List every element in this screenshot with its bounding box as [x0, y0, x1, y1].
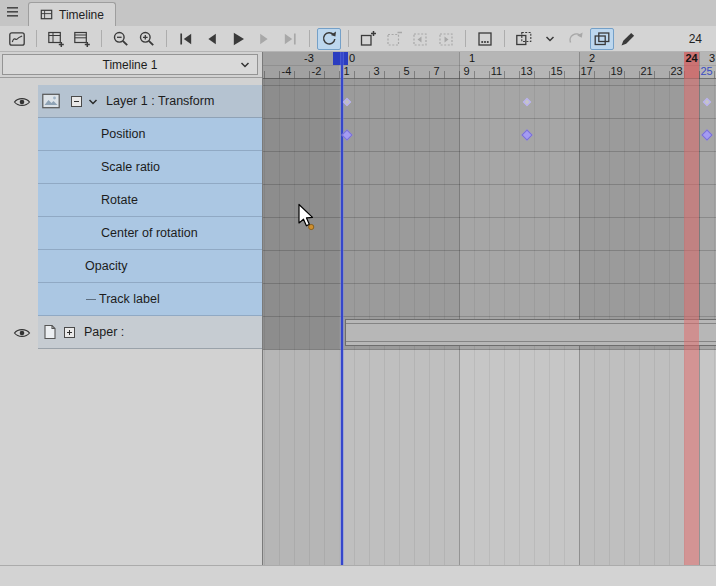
ruler-frame-label: 7	[433, 65, 439, 78]
ruler-frame-label: 5	[403, 65, 409, 78]
chevron-down-icon	[239, 59, 251, 71]
go-to-end-icon	[280, 29, 300, 49]
ruler-frame-label: -2	[312, 65, 322, 78]
paper-thumbnail-icon	[42, 324, 60, 340]
ruler-tick	[339, 71, 340, 78]
expand-toggle-box[interactable]	[64, 327, 75, 338]
visibility-eye-button[interactable]	[13, 95, 31, 109]
tab-timeline[interactable]: Timeline	[28, 2, 116, 26]
ruler-tick	[504, 71, 505, 78]
timeline-selector-dropdown[interactable]: Timeline 1	[2, 54, 258, 75]
prev-keyframe-button[interactable]	[408, 28, 432, 50]
new-timeline-icon	[46, 29, 66, 49]
toolbar-separator	[465, 30, 466, 47]
add-keyframe-icon	[358, 29, 378, 49]
toolbar: 24	[0, 26, 716, 52]
new-track-icon	[72, 29, 92, 49]
track-row-position[interactable]: Position	[0, 118, 262, 151]
ruler-tick	[384, 71, 385, 78]
ruler-frame-label: 23	[670, 65, 682, 78]
zoom-out-button[interactable]	[109, 28, 133, 50]
curve-graph-button[interactable]	[5, 28, 29, 50]
paper-clip-bar[interactable]	[345, 319, 716, 346]
go-to-end-button[interactable]	[278, 28, 302, 50]
timeline-tab-icon	[40, 8, 53, 21]
apply-transform-icon	[566, 29, 586, 49]
timeline-area[interactable]: -3012324-6-4-2135791113151719212325	[262, 52, 716, 565]
chevron-down-icon[interactable]	[87, 96, 99, 108]
frame-rate-label: 24	[689, 32, 716, 46]
toolbar-separator	[36, 30, 37, 47]
timeline-selector-value: Timeline 1	[103, 58, 158, 72]
track-row-scale-ratio[interactable]: Scale ratio	[0, 151, 262, 184]
track-label: Center of rotation	[101, 217, 198, 250]
zoom-in-button[interactable]	[135, 28, 159, 50]
toolbar-separator	[166, 30, 167, 47]
paper-icon	[42, 324, 58, 340]
row-separator-line	[262, 250, 716, 251]
track-row-paper[interactable]: Paper :	[0, 316, 262, 349]
enable-keyframe-edit-button[interactable]	[590, 28, 614, 50]
ruler-second-label: -3	[304, 52, 314, 65]
collapse-toggle-box[interactable]	[71, 96, 82, 107]
track-label: Position	[101, 118, 145, 151]
timeline-panel: Timeline 24 Timeline 1 Layer 1 : Transfo…	[0, 0, 716, 586]
ruler-second-label: 0	[349, 52, 355, 65]
panel-menu-button[interactable]	[6, 6, 22, 20]
keyframe-settings-button[interactable]	[473, 28, 497, 50]
add-keyframe-button[interactable]	[356, 28, 380, 50]
ruler-frame-label: 11	[491, 65, 502, 78]
remove-keyframe-icon	[384, 29, 404, 49]
new-timeline-button[interactable]	[44, 28, 68, 50]
go-to-start-button[interactable]	[174, 28, 198, 50]
loop-playback-icon	[319, 29, 339, 49]
ruler-second-label: 1	[469, 52, 475, 65]
track-list: Layer 1 : TransformPositionScale ratioRo…	[0, 78, 262, 565]
track-row-opacity[interactable]: Opacity	[0, 250, 262, 283]
visibility-eye-button[interactable]	[13, 326, 31, 340]
loop-playback-button[interactable]	[317, 28, 341, 50]
remove-keyframe-button[interactable]	[382, 28, 406, 50]
next-keyframe-icon	[436, 29, 456, 49]
track-row-layer-1-transform[interactable]: Layer 1 : Transform	[0, 85, 262, 118]
tab-bar: Timeline	[0, 0, 716, 26]
track-row-rotate[interactable]: Rotate	[0, 184, 262, 217]
new-track-button[interactable]	[70, 28, 94, 50]
ruler-frame-label: 9	[463, 65, 469, 78]
ruler-tick	[624, 71, 625, 78]
image-thumbnail-icon	[42, 93, 60, 109]
ruler-tick	[714, 71, 715, 78]
track-row-background	[38, 118, 262, 151]
timeline-selector-row: Timeline 1	[0, 52, 262, 78]
dropdown-chevron-button[interactable]	[538, 28, 562, 50]
ruler-frame-label: 17	[580, 65, 592, 78]
next-keyframe-button[interactable]	[434, 28, 458, 50]
next-frame-button[interactable]	[252, 28, 276, 50]
tab-label: Timeline	[59, 8, 104, 22]
ruler-tick	[309, 71, 310, 78]
ruler-tick	[279, 71, 280, 78]
ruler-tick	[324, 71, 325, 78]
play-button[interactable]	[226, 28, 250, 50]
ruler-bottom-line	[262, 78, 716, 79]
playhead-line[interactable]	[341, 52, 343, 565]
row-separator-line	[262, 349, 716, 350]
track-row-center-of-rotation[interactable]: Center of rotation	[0, 217, 262, 250]
paper-clip-inner-line	[346, 341, 716, 342]
ruler-tick	[474, 71, 475, 78]
ruler-tick	[264, 71, 265, 78]
prev-frame-icon	[202, 29, 222, 49]
onion-skin-icon	[514, 29, 534, 49]
graph-editor-pen-button[interactable]	[616, 28, 640, 50]
apply-transform-button[interactable]	[564, 28, 588, 50]
play-icon	[228, 29, 248, 49]
track-label: Rotate	[101, 184, 138, 217]
prev-frame-button[interactable]	[200, 28, 224, 50]
image-icon	[42, 93, 60, 109]
track-row-track-label[interactable]: Track label	[0, 283, 262, 316]
chevron-down-icon	[87, 96, 99, 108]
onion-skin-button[interactable]	[512, 28, 536, 50]
toolbar-separator	[101, 30, 102, 47]
row-separator-line	[262, 151, 716, 152]
second-boundary-line	[699, 52, 700, 565]
